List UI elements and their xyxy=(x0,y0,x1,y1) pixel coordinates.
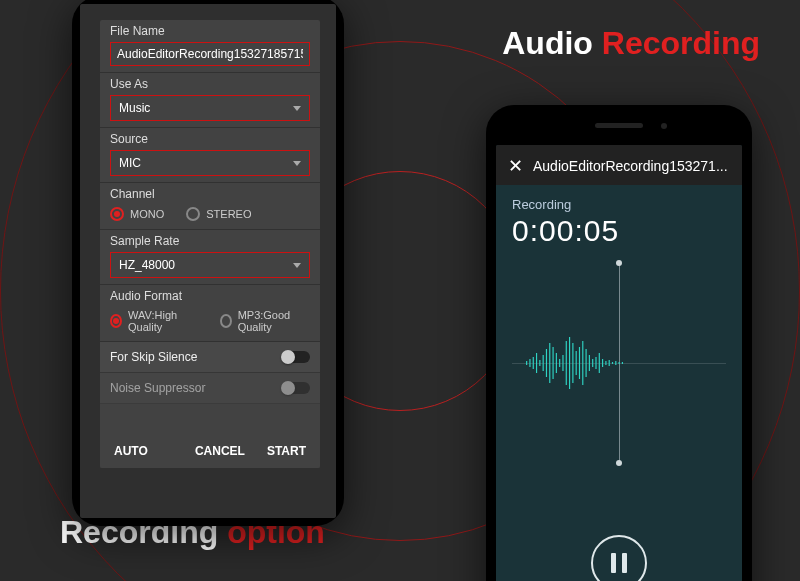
pause-button[interactable] xyxy=(591,535,647,581)
recorder-title: AudioEditorRecording153271... xyxy=(533,158,728,174)
waveform-display xyxy=(512,278,726,448)
heading-audio-recording: Audio Recording xyxy=(502,25,760,62)
phone-recorder: ✕ AudioEditorRecording153271... Recordin… xyxy=(486,105,752,581)
chevron-down-icon xyxy=(293,106,301,111)
close-icon[interactable]: ✕ xyxy=(508,157,523,175)
source-dropdown[interactable]: MIC xyxy=(110,150,310,176)
chevron-down-icon xyxy=(293,161,301,166)
recording-state-label: Recording xyxy=(512,197,726,212)
format-wav-radio[interactable]: WAV:High Quality xyxy=(110,309,198,333)
phone-settings: File Name Use As Music Source MIC Channe… xyxy=(72,0,344,526)
source-label: Source xyxy=(110,132,310,146)
noise-suppressor-toggle-row: Noise Suppressor xyxy=(100,373,320,404)
recording-settings-dialog: File Name Use As Music Source MIC Channe… xyxy=(100,20,320,468)
start-button[interactable]: START xyxy=(267,444,306,458)
chevron-down-icon xyxy=(293,263,301,268)
waveform-icon xyxy=(525,333,641,393)
audio-format-label: Audio Format xyxy=(110,289,310,303)
recorder-header: ✕ AudioEditorRecording153271... xyxy=(496,145,742,185)
noise-suppressor-toggle[interactable] xyxy=(282,382,310,394)
skip-silence-toggle[interactable] xyxy=(282,351,310,363)
channel-label: Channel xyxy=(110,187,310,201)
file-name-label: File Name xyxy=(110,24,310,38)
sample-rate-dropdown[interactable]: HZ_48000 xyxy=(110,252,310,278)
use-as-dropdown[interactable]: Music xyxy=(110,95,310,121)
channel-stereo-radio[interactable]: STEREO xyxy=(186,207,251,221)
use-as-label: Use As xyxy=(110,77,310,91)
channel-mono-radio[interactable]: MONO xyxy=(110,207,164,221)
format-mp3-radio[interactable]: MP3:Good Quality xyxy=(220,309,310,333)
recording-timer: 0:00:05 xyxy=(512,214,726,248)
cancel-button[interactable]: CANCEL xyxy=(195,444,245,458)
file-name-input[interactable] xyxy=(110,42,310,66)
skip-silence-toggle-row: For Skip Silence xyxy=(100,342,320,373)
auto-button[interactable]: AUTO xyxy=(114,444,148,458)
sample-rate-label: Sample Rate xyxy=(110,234,310,248)
